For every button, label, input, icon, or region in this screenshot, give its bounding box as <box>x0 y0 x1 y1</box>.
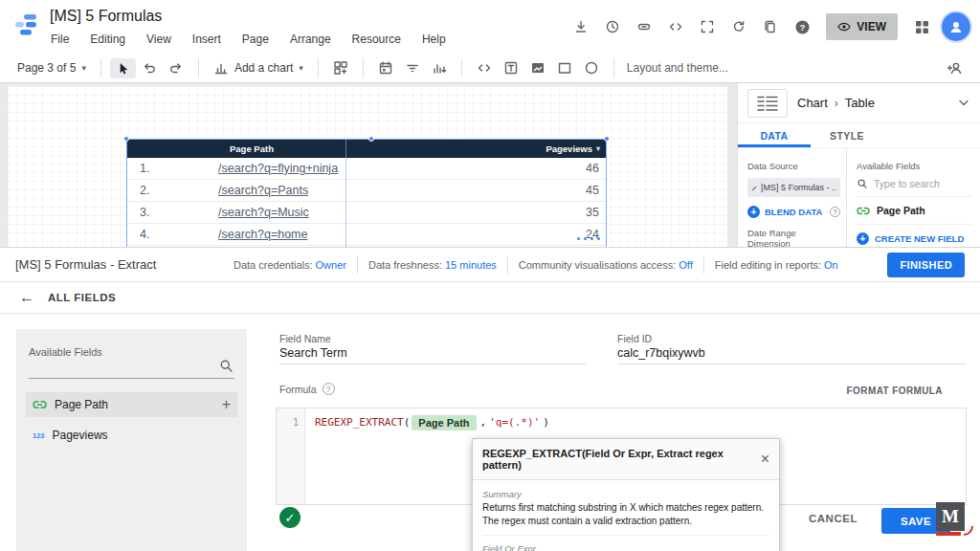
table-chart[interactable]: Page Path Pageviews ▾ 1. /search?q=flyin… <box>127 140 606 247</box>
paren-open: ( <box>404 416 411 429</box>
menu-file[interactable]: File <box>40 30 79 49</box>
formula-code-line[interactable]: REGEXP_EXTRACT(Page Path,'q=(.*)') <box>305 408 549 431</box>
back-arrow-icon[interactable]: ← <box>19 290 34 305</box>
account-avatar[interactable] <box>942 12 970 41</box>
watermark-red-strip <box>936 532 961 536</box>
data-freshness-value[interactable]: 15 minutes <box>445 259 497 271</box>
tab-data[interactable]: DATA <box>738 123 811 147</box>
circle-shape-button[interactable] <box>578 57 605 78</box>
help-icon[interactable]: ? <box>791 15 813 38</box>
tooltip-header: REGEXP_EXTRACT(Field Or Expr, Extract re… <box>473 439 779 480</box>
copy-report-icon[interactable] <box>759 15 782 38</box>
chevron-down-icon[interactable] <box>957 98 970 109</box>
field-item-label: Page Path <box>55 398 108 411</box>
menu-help[interactable]: Help <box>412 30 457 49</box>
selection-handle[interactable] <box>604 136 610 142</box>
rectangle-shape-button[interactable] <box>551 57 578 78</box>
field-search-input[interactable] <box>29 378 234 379</box>
search-icon <box>857 178 868 189</box>
comma: , <box>480 416 487 429</box>
selection-handle[interactable] <box>123 136 129 142</box>
finished-button[interactable]: FINISHED <box>887 253 965 277</box>
all-fields-label[interactable]: ALL FIELDS <box>48 292 116 303</box>
field-name-underline <box>279 364 586 364</box>
formula-help-icon[interactable]: ? <box>323 383 335 395</box>
selection-handle[interactable] <box>368 136 374 142</box>
menu-editing[interactable]: Editing <box>79 30 136 49</box>
tab-style[interactable]: STYLE <box>811 123 883 147</box>
apps-grid-icon[interactable] <box>910 15 933 38</box>
table-chart-icon[interactable] <box>747 89 788 118</box>
data-credentials-value[interactable]: Owner <box>316 259 346 271</box>
add-field-icon[interactable]: + <box>222 396 231 413</box>
table-header-pageviews[interactable]: Pageviews ▾ <box>546 143 600 154</box>
refresh-icon[interactable] <box>727 15 750 38</box>
breadcrumb-table[interactable]: Table <box>845 96 875 110</box>
data-studio-logo-icon[interactable] <box>12 11 43 40</box>
view-button[interactable]: VIEW <box>826 13 898 40</box>
text-box-button[interactable] <box>498 57 524 78</box>
search-icon[interactable] <box>219 359 234 373</box>
tooltip-section-text: Returns first matching substring in X wh… <box>482 501 769 527</box>
format-formula-button[interactable]: FORMAT FORMULA <box>847 386 943 396</box>
formula-label-row: Formula ? <box>279 383 335 395</box>
menu-arrange[interactable]: Arrange <box>279 30 342 49</box>
page-path-link[interactable]: /search?q=Pants <box>218 184 308 197</box>
download-icon[interactable] <box>569 15 592 38</box>
table-header-row: Page Path Pageviews ▾ <box>127 140 606 158</box>
create-new-field-button[interactable]: + CREATE NEW FIELD <box>857 225 972 245</box>
available-fields-panel: Available Fields Page Path + 123 Pagevie… <box>16 329 247 551</box>
help-glyph: ? <box>799 22 805 33</box>
menu-insert[interactable]: Insert <box>182 30 232 49</box>
url-embed-button[interactable] <box>471 57 498 78</box>
field-editing-value[interactable]: On <box>824 259 838 271</box>
breadcrumb-chart[interactable]: Chart <box>797 96 828 110</box>
data-freshness-label: Data freshness: <box>368 259 442 271</box>
menu-view[interactable]: View <box>136 30 182 49</box>
toolbar-divider <box>318 58 319 77</box>
page-selector[interactable]: Page 3 of 5 ▾ <box>11 58 92 77</box>
chart-type-header: Chart › Table <box>738 83 980 123</box>
embed-code-icon[interactable] <box>664 15 687 38</box>
field-item-pageviews[interactable]: 123 Pageviews <box>26 423 237 448</box>
data-control-button[interactable] <box>426 57 453 78</box>
page-path-link[interactable]: /search?q=Music <box>218 206 309 219</box>
table-row: 1. /search?q=flying+ninja 46 <box>127 158 606 180</box>
filter-control-button[interactable] <box>399 57 426 78</box>
add-chart-button[interactable]: Add a chart ▾ <box>208 57 309 78</box>
blend-data-label: BLEND DATA <box>765 207 822 217</box>
help-circle-icon[interactable]: ? <box>830 207 840 217</box>
rectangle-icon <box>557 60 572 76</box>
field-search-input[interactable] <box>874 178 956 189</box>
page-path-link[interactable]: /search?q=flying+ninja <box>218 162 338 175</box>
page-path-field-chip[interactable]: Page Path <box>412 415 476 430</box>
close-icon[interactable]: × <box>761 452 769 467</box>
data-source-chip[interactable]: [MS] 5 Formulas - .. <box>747 178 840 197</box>
share-add-people-button[interactable] <box>941 57 969 78</box>
field-id-input[interactable] <box>617 346 943 360</box>
community-viz-access-value[interactable]: Off <box>679 259 692 271</box>
community-visualisations-button[interactable] <box>327 57 354 78</box>
available-fields-label: Available Fields <box>857 161 972 171</box>
link-icon[interactable] <box>633 15 656 38</box>
menu-page[interactable]: Page <box>232 30 279 49</box>
menu-resource[interactable]: Resource <box>342 30 412 49</box>
field-name-input[interactable] <box>279 346 567 360</box>
table-header-page-path[interactable]: Page Path <box>230 143 274 154</box>
fullscreen-icon[interactable] <box>696 15 719 38</box>
cancel-button[interactable]: CANCEL <box>809 513 858 524</box>
select-cursor-button[interactable] <box>110 58 136 78</box>
selection-drag-dots[interactable] <box>577 237 600 240</box>
redo-button[interactable] <box>163 57 189 78</box>
undo-button[interactable] <box>136 57 163 78</box>
history-icon[interactable] <box>601 15 624 38</box>
page-path-link[interactable]: /search?q=home <box>218 228 307 241</box>
blend-data-button[interactable]: + BLEND DATA ? <box>747 206 840 218</box>
field-item-page-path[interactable]: Page Path + <box>26 392 237 417</box>
report-title[interactable]: [MS] 5 Formulas <box>50 8 162 25</box>
layout-theme-button[interactable]: Layout and theme... <box>623 61 728 75</box>
image-button[interactable] <box>524 57 551 78</box>
field-page-path[interactable]: Page Path <box>857 197 972 225</box>
data-source-section: Data Source [MS] 5 Formulas - .. + BLEND… <box>738 148 847 247</box>
date-range-control-button[interactable] <box>372 57 399 78</box>
